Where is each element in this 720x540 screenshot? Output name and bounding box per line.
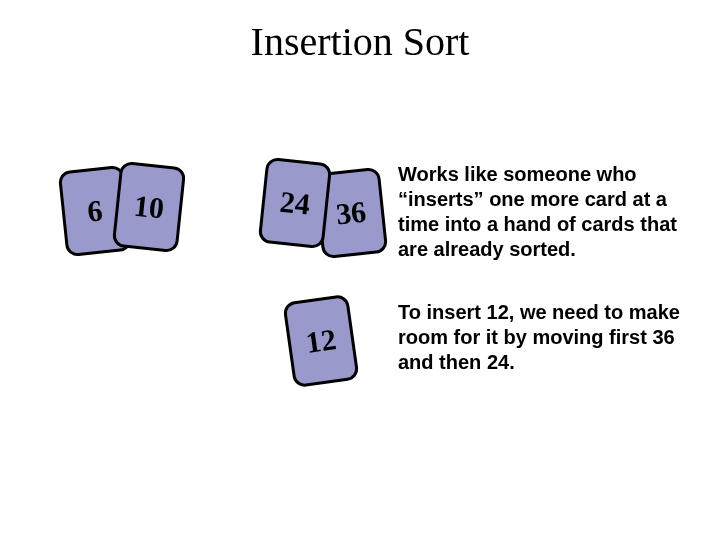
card-10: 10 [112,161,187,253]
card-24: 24 [258,157,333,249]
description-paragraph-2: To insert 12, we need to make room for i… [398,300,698,375]
description-paragraph-1: Works like someone who “inserts” one mor… [398,162,698,262]
slide: Insertion Sort 6 10 24 36 12 Works like … [0,0,720,540]
card-12: 12 [282,294,359,388]
page-title: Insertion Sort [0,18,720,65]
